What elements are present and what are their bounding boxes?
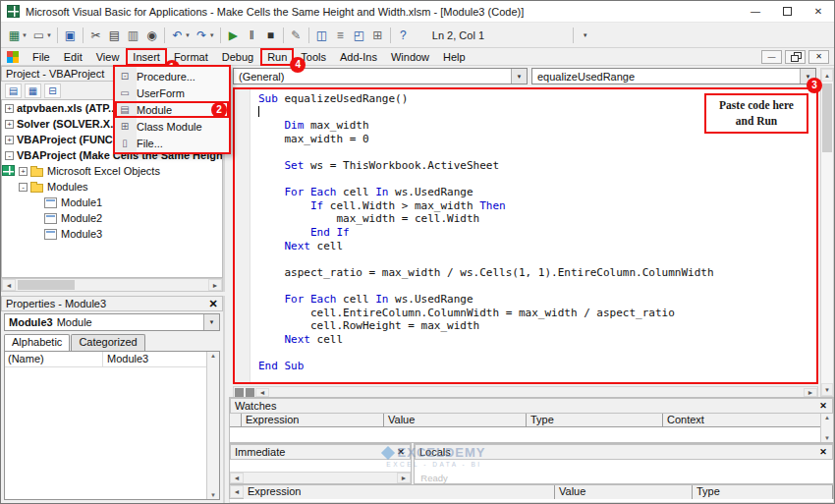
break-icon[interactable]: ‖ xyxy=(243,26,261,44)
property-name-cell[interactable]: (Name) xyxy=(5,352,103,366)
properties-close-button[interactable]: ✕ xyxy=(206,298,220,310)
project-explorer-icon[interactable]: ◫ xyxy=(312,26,331,44)
toolbar-options-dropdown[interactable]: ▼ xyxy=(577,27,594,44)
column-header-value[interactable]: Value xyxy=(384,414,527,426)
scroll-right-icon[interactable]: ► xyxy=(208,279,222,291)
collapse-icon[interactable]: - xyxy=(19,183,28,192)
view-code-icon[interactable]: ▤ xyxy=(5,84,22,98)
scroll-track[interactable] xyxy=(16,279,208,291)
insert-menu-item-module[interactable]: ▤Module2 xyxy=(115,101,229,118)
help-icon[interactable]: ? xyxy=(394,26,413,44)
menu-insert[interactable]: Insert1 xyxy=(126,48,167,66)
expand-icon[interactable]: + xyxy=(19,167,28,176)
code-text[interactable]: Sub equalizeUsedRange() Dim max_width ma… xyxy=(258,92,814,380)
paste-icon[interactable]: ▥ xyxy=(124,26,142,44)
menu-debug[interactable]: Debug xyxy=(215,48,260,66)
design-mode-icon[interactable]: ✎ xyxy=(287,26,306,44)
scroll-up-icon[interactable]: ▲ xyxy=(821,69,833,82)
mdi-minimize-button[interactable]: — xyxy=(761,50,782,64)
view-object-icon[interactable]: ▦ xyxy=(25,84,41,98)
column-header-value[interactable]: Value xyxy=(555,485,693,499)
menu-window[interactable]: Window xyxy=(384,48,436,66)
insert-menu-item-userform[interactable]: ▭UserForm xyxy=(115,84,229,101)
scroll-down-icon[interactable]: ▼ xyxy=(821,383,833,396)
collapse-icon[interactable]: - xyxy=(5,151,14,160)
run-sub-icon[interactable]: ▶ xyxy=(224,26,243,44)
scroll-up-icon[interactable]: ▲ xyxy=(210,353,216,359)
insert-menu-item-class-module[interactable]: ⊞Class Module xyxy=(115,118,229,135)
object-combobox[interactable]: (General) ▼ xyxy=(233,68,528,84)
immediate-close-button[interactable]: ✕ xyxy=(394,446,408,459)
tab-categorized[interactable]: Categorized xyxy=(71,334,144,351)
redo-dropdown-icon[interactable]: ▼ xyxy=(209,32,215,38)
split-handle[interactable] xyxy=(235,388,244,397)
copy-icon[interactable]: ▤ xyxy=(105,26,124,44)
expand-icon[interactable]: + xyxy=(5,120,14,129)
properties-window-icon[interactable]: ≡ xyxy=(331,26,350,44)
scroll-left-icon[interactable]: ◄ xyxy=(2,279,16,291)
column-header-type[interactable]: Type xyxy=(693,485,833,499)
minimize-button[interactable]: — xyxy=(740,1,771,23)
cut-icon[interactable]: ✂ xyxy=(86,26,105,44)
maximize-button[interactable] xyxy=(771,1,803,23)
scroll-track[interactable] xyxy=(821,82,833,383)
find-icon[interactable]: ◉ xyxy=(142,26,161,44)
locals-close-button[interactable]: ✕ xyxy=(816,446,830,459)
scroll-left-icon[interactable]: ◄ xyxy=(230,473,244,483)
toggle-folders-icon[interactable]: ⊟ xyxy=(44,84,61,98)
watches-scrollbar[interactable]: ▲ ▼ xyxy=(820,414,833,442)
watches-close-button[interactable]: ✕ xyxy=(816,400,830,413)
menu-file[interactable]: File xyxy=(26,48,57,66)
menu-help[interactable]: Help xyxy=(436,48,473,66)
properties-scrollbar[interactable]: ▲ ▼ xyxy=(206,352,219,499)
menu-edit[interactable]: Edit xyxy=(57,48,89,66)
scroll-left-icon[interactable]: ◄ xyxy=(255,388,269,397)
procedure-combobox[interactable]: equalizeUsedRange ▼ xyxy=(531,68,816,84)
column-header-type[interactable]: Type xyxy=(527,414,663,426)
insert-menu-item-file[interactable]: ▯File... xyxy=(115,135,229,151)
scroll-right-icon[interactable]: ► xyxy=(397,473,411,483)
scroll-right-icon[interactable]: ► xyxy=(804,388,817,397)
insert-userform-dropdown-icon[interactable]: ▼ xyxy=(46,32,52,38)
immediate-panel[interactable]: Immediate ✕ ◄ ► xyxy=(229,443,412,484)
column-header-context[interactable]: Context xyxy=(663,414,833,426)
insert-menu-item-procedure[interactable]: ⊡Procedure... xyxy=(115,68,229,84)
mdi-restore-button[interactable] xyxy=(785,50,806,64)
tree-item-modules[interactable]: -Modules xyxy=(2,179,222,195)
toolbox-icon[interactable]: ⊞ xyxy=(368,26,387,44)
column-header-expression[interactable]: Expression xyxy=(244,485,555,499)
property-value-cell[interactable]: Module3 xyxy=(103,352,219,366)
dropdown-arrow-icon[interactable]: ▼ xyxy=(203,314,219,330)
tree-item-microsoft-excel-objects[interactable]: +Microsoft Excel Objects xyxy=(2,163,222,179)
scroll-thumb[interactable] xyxy=(822,84,832,152)
split-handle[interactable] xyxy=(246,388,254,397)
expand-icon[interactable]: + xyxy=(5,136,14,144)
view-microsoft-excel-dropdown-icon[interactable]: ▼ xyxy=(22,32,28,38)
immediate-horizontal-scrollbar[interactable]: ◄ ► xyxy=(230,472,411,483)
tree-item-module2[interactable]: Module2 xyxy=(2,210,222,226)
tree-item-module3[interactable]: Module3 xyxy=(2,226,222,242)
scroll-thumb[interactable] xyxy=(18,280,75,290)
menu-run[interactable]: Run4 xyxy=(260,48,294,66)
scroll-track[interactable] xyxy=(244,473,397,483)
properties-object-combobox[interactable]: Module3 Module ▼ xyxy=(4,313,220,331)
project-horizontal-scrollbar[interactable]: ◄ ► xyxy=(1,278,223,292)
dropdown-arrow-icon[interactable]: ▼ xyxy=(511,69,527,84)
save-icon[interactable]: ▣ xyxy=(61,26,80,44)
scroll-up-icon[interactable]: ▲ xyxy=(824,415,830,420)
code-editor[interactable]: Sub equalizeUsedRange() Dim max_width ma… xyxy=(233,87,818,384)
mdi-close-button[interactable]: ✕ xyxy=(808,50,829,64)
expand-icon[interactable]: + xyxy=(5,104,14,113)
close-button[interactable]: ✕ xyxy=(803,1,834,23)
code-vertical-scrollbar[interactable]: ▲ ▼ xyxy=(820,68,834,397)
object-browser-icon[interactable]: ◰ xyxy=(350,26,368,44)
scroll-down-icon[interactable]: ▼ xyxy=(824,435,830,441)
undo-dropdown-icon[interactable]: ▼ xyxy=(185,32,191,38)
tab-alphabetic[interactable]: Alphabetic xyxy=(4,334,70,351)
scroll-down-icon[interactable]: ▼ xyxy=(210,492,216,498)
menu-view[interactable]: View xyxy=(89,48,127,66)
reset-icon[interactable]: ■ xyxy=(261,26,280,44)
scroll-left-icon[interactable]: ◄ xyxy=(230,485,244,498)
tree-item-module1[interactable]: Module1 xyxy=(2,195,222,210)
menu-add-ins[interactable]: Add-Ins xyxy=(333,48,384,66)
